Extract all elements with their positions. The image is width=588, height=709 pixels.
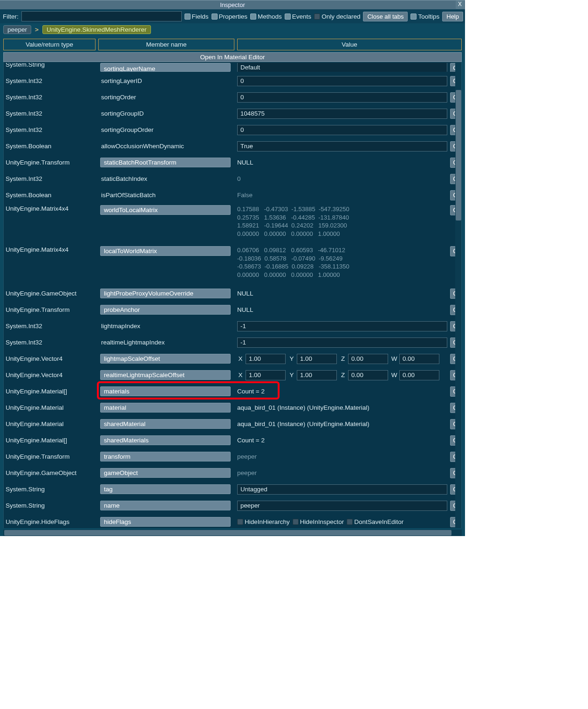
member-button[interactable]: materials (100, 386, 231, 396)
member-row: System.StringtagC (4, 481, 461, 497)
member-button[interactable]: sortingLayerName (100, 63, 231, 72)
toggle-fields[interactable]: Fields (185, 13, 209, 20)
flag-toggle[interactable]: DontSaveInEditor (347, 518, 403, 525)
type-cell: UnityEngine.GameObject (4, 290, 100, 297)
value-cell (236, 76, 449, 86)
members-grid: System.StringsortingLayerNameCSystem.Int… (4, 62, 461, 528)
value-input[interactable] (237, 321, 447, 331)
close-all-tabs-button[interactable]: Close all tabs (363, 12, 408, 21)
help-button[interactable]: Help (442, 12, 463, 21)
member-button[interactable]: realtimeLightmapScaleOffset (100, 370, 231, 380)
value-input[interactable] (237, 501, 447, 511)
vec-label: X (237, 372, 244, 379)
type-cell: UnityEngine.Transform (4, 159, 100, 166)
value-input[interactable] (237, 337, 447, 348)
member-cell: sortingLayerID (100, 77, 236, 84)
value-input[interactable] (237, 125, 447, 135)
vec-input-w[interactable] (399, 354, 439, 364)
value-static: NULL (237, 306, 253, 313)
value-cell (236, 92, 449, 103)
member-button[interactable]: worldToLocalMatrix (100, 205, 231, 215)
value-cell (236, 109, 449, 119)
filter-input[interactable] (21, 11, 182, 21)
hscroll-thumb[interactable] (4, 530, 451, 536)
vec-component-w: W (391, 354, 439, 364)
scroll-thumb[interactable] (456, 90, 461, 220)
vertical-scrollbar[interactable] (455, 62, 462, 528)
close-icon[interactable]: X (456, 0, 464, 9)
member-row: System.Int32sortingOrderC (4, 89, 461, 105)
header-value: Value (237, 39, 462, 50)
member-button[interactable]: tag (100, 484, 231, 494)
vec-label: W (391, 372, 397, 379)
vec-label: Y (288, 372, 295, 379)
member-label: staticBatchIndex (100, 175, 147, 182)
member-button[interactable]: sharedMaterials (100, 435, 231, 445)
type-cell: UnityEngine.Material[] (4, 388, 100, 395)
vec-input-y[interactable] (297, 354, 337, 364)
member-button[interactable]: material (100, 403, 231, 413)
member-cell: sortingGroupOrder (100, 126, 236, 133)
value-input[interactable] (237, 484, 447, 495)
value-input[interactable] (237, 109, 447, 119)
flag-toggle[interactable]: HideInHierarchy (237, 518, 290, 525)
value-input[interactable] (237, 92, 447, 103)
value-cell: NULL (236, 306, 449, 313)
value-cell: XYZW (236, 354, 449, 364)
value-input[interactable] (237, 63, 447, 72)
member-button[interactable]: transform (100, 452, 231, 461)
toggle-tooltips[interactable]: Tooltips (410, 13, 439, 20)
vec-input-w[interactable] (399, 370, 439, 380)
member-button[interactable]: staticBatchRootTransform (100, 158, 231, 167)
flag-toggle[interactable]: HideInInspector (293, 518, 344, 525)
member-cell: hideFlags (100, 517, 236, 527)
vec-component-x: X (237, 354, 286, 364)
member-button[interactable]: gameObject (100, 468, 231, 478)
column-headers: Value/return type Member name Value (0, 37, 465, 52)
type-cell: System.String (4, 486, 100, 493)
member-button[interactable]: lightmapScaleOffset (100, 354, 231, 364)
toggle-methods[interactable]: Methods (250, 13, 282, 20)
value-cell (236, 125, 449, 135)
member-button[interactable]: lightProbeProxyVolumeOverride (100, 289, 231, 298)
value-input[interactable] (237, 76, 447, 86)
member-button[interactable]: probeAnchor (100, 305, 231, 315)
vec-label: Z (340, 355, 346, 362)
member-row: System.Int32sortingGroupOrderC (4, 122, 461, 138)
matrix-value: 0.06706 0.09812 0.60593 -46.71012 -0.180… (237, 246, 349, 279)
vec-input-z[interactable] (348, 370, 388, 380)
toggle-properties[interactable]: Properties (212, 13, 248, 20)
member-row: System.Int32staticBatchIndex0C (4, 171, 461, 187)
type-cell: UnityEngine.HideFlags (4, 518, 100, 525)
member-cell: sortingGroupID (100, 110, 236, 117)
toggle-only-declared[interactable]: Only declared (314, 13, 360, 20)
member-cell: probeAnchor (100, 305, 236, 315)
vec-input-z[interactable] (348, 354, 388, 364)
horizontal-scrollbar[interactable] (3, 530, 462, 536)
breadcrumb-current[interactable]: UnityEngine.SkinnedMeshRenderer (42, 25, 151, 34)
type-cell: UnityEngine.Vector4 (4, 355, 100, 362)
member-button[interactable]: localToWorldMatrix (100, 246, 231, 256)
member-label: sortingOrder (100, 94, 136, 101)
value-input[interactable] (237, 141, 447, 151)
vec-input-x[interactable] (246, 354, 286, 364)
member-cell: material (100, 403, 236, 413)
member-row: System.StringnameC (4, 497, 461, 514)
value-cell: XYZW (236, 370, 449, 380)
breadcrumb-root[interactable]: peeper (3, 25, 31, 34)
toggle-events[interactable]: Events (285, 13, 311, 20)
value-cell (236, 484, 449, 495)
open-in-material-editor-button[interactable]: Open In Material Editor (3, 52, 462, 62)
value-cell (236, 337, 449, 348)
value-dim: peeper (237, 469, 257, 476)
type-cell: System.Int32 (4, 110, 100, 117)
vec-input-x[interactable] (246, 370, 286, 380)
vec-input-y[interactable] (297, 370, 337, 380)
type-cell: UnityEngine.Transform (4, 306, 100, 313)
header-type: Value/return type (3, 39, 96, 50)
type-cell: System.String (4, 502, 100, 509)
member-button[interactable]: name (100, 501, 231, 510)
member-button[interactable]: hideFlags (100, 517, 231, 527)
member-row: System.Int32realtimeLightmapIndexC (4, 334, 461, 351)
member-button[interactable]: sharedMaterial (100, 419, 231, 429)
